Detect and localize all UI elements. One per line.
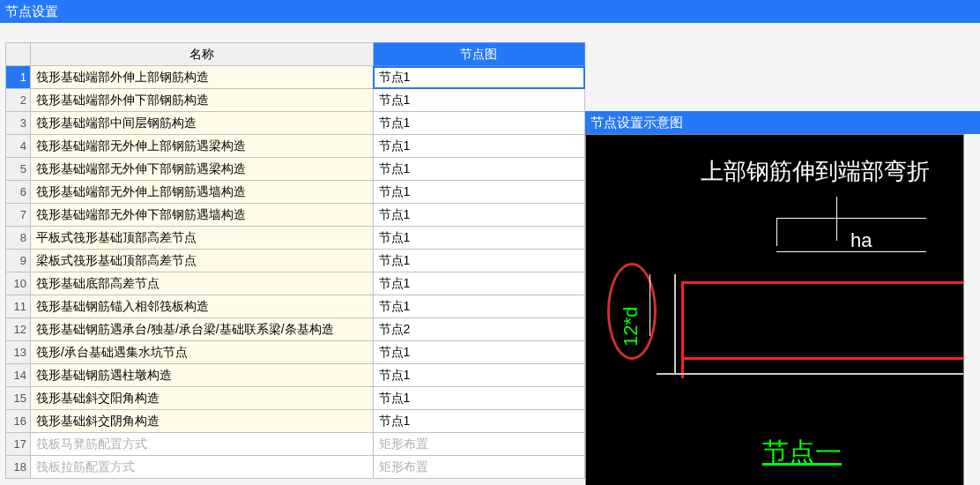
row-name[interactable]: 筏板拉筋配置方式: [31, 456, 374, 479]
table-row[interactable]: 12筏形基础钢筋遇承台/独基/承台梁/基础联系梁/条基构造节点2: [6, 318, 585, 341]
row-name[interactable]: 筏形基础端部中间层钢筋构造: [31, 112, 374, 135]
content-area: 名称 节点图 1筏形基础端部外伸上部钢筋构造节点12筏形基础端部外伸下部钢筋构造…: [0, 23, 980, 485]
table-row[interactable]: 4筏形基础端部无外伸上部钢筋遇梁构造节点1: [6, 135, 585, 158]
row-number[interactable]: 6: [6, 181, 31, 204]
dim-tick-2: [836, 197, 837, 241]
rebar-bottom: [681, 357, 963, 360]
row-number[interactable]: 16: [6, 410, 31, 433]
slab-edge-vertical: [674, 274, 676, 373]
row-number[interactable]: 7: [6, 204, 31, 227]
rebar-top: [681, 281, 963, 378]
row-number[interactable]: 13: [6, 341, 31, 364]
row-number[interactable]: 18: [6, 456, 31, 479]
row-number[interactable]: 12: [6, 318, 31, 341]
row-node[interactable]: 节点1: [373, 272, 584, 295]
table-row[interactable]: 5筏形基础端部无外伸下部钢筋遇梁构造节点1: [6, 158, 585, 181]
row-number[interactable]: 11: [6, 295, 31, 318]
row-name[interactable]: 筏形基础端部无外伸下部钢筋遇墙构造: [31, 204, 374, 227]
row-node[interactable]: 节点1: [373, 410, 584, 433]
col-header-name[interactable]: 名称: [31, 43, 374, 66]
col-header-num: [6, 43, 31, 66]
diagram-heading: 上部钢筋伸到端部弯折: [701, 156, 930, 187]
table-row[interactable]: 15筏形基础斜交阳角构造节点1: [6, 387, 585, 410]
row-node[interactable]: 节点1: [373, 250, 584, 272]
row-name[interactable]: 筏形基础斜交阳角构造: [31, 387, 374, 410]
dim-line-bottom: [776, 251, 926, 252]
table-row[interactable]: 6筏形基础端部无外伸上部钢筋遇墙构造节点1: [6, 181, 585, 204]
row-name[interactable]: 筏形基础端部外伸上部钢筋构造: [31, 66, 374, 89]
row-name[interactable]: 筏形基础钢筋遇承台/独基/承台梁/基础联系梁/条基构造: [31, 318, 374, 341]
dim-arrow-vertical: [650, 274, 650, 336]
table-panel: 名称 节点图 1筏形基础端部外伸上部钢筋构造节点12筏形基础端部外伸下部钢筋构造…: [0, 23, 585, 485]
row-number[interactable]: 15: [6, 387, 31, 410]
table-row[interactable]: 17筏板马凳筋配置方式矩形布置: [6, 433, 585, 456]
row-number[interactable]: 4: [6, 135, 31, 158]
row-name[interactable]: 筏形基础端部无外伸上部钢筋遇墙构造: [31, 181, 374, 204]
row-node[interactable]: 节点1: [373, 295, 584, 318]
row-number[interactable]: 2: [6, 89, 31, 112]
table-row[interactable]: 7筏形基础端部无外伸下部钢筋遇墙构造节点1: [6, 204, 585, 227]
row-node[interactable]: 节点1: [373, 89, 584, 112]
row-name[interactable]: 平板式筏形基础顶部高差节点: [31, 227, 374, 250]
node-label: 节点一: [762, 435, 842, 471]
row-name[interactable]: 梁板式筏形基础顶部高差节点: [31, 250, 374, 272]
table-row[interactable]: 18筏板拉筋配置方式矩形布置: [6, 456, 585, 479]
col-header-node[interactable]: 节点图: [373, 43, 584, 66]
dim-12d: 12*d: [620, 307, 642, 347]
table-row[interactable]: 1筏形基础端部外伸上部钢筋构造节点1: [6, 66, 585, 89]
window-title: 节点设置: [0, 0, 980, 23]
table-row[interactable]: 14筏形基础钢筋遇柱墩构造节点1: [6, 364, 585, 387]
preview-panel: 节点设置示意图 上部钢筋伸到端部弯折 ha 12*d 节点一: [585, 23, 980, 485]
row-number[interactable]: 1: [6, 66, 31, 89]
row-node[interactable]: 矩形布置: [373, 433, 584, 456]
row-number[interactable]: 17: [6, 433, 31, 456]
row-name[interactable]: 筏形基础钢筋锚入相邻筏板构造: [31, 295, 374, 318]
dim-line-top: [776, 218, 926, 219]
row-name[interactable]: 筏形/承台基础遇集水坑节点: [31, 341, 374, 364]
table-row[interactable]: 11筏形基础钢筋锚入相邻筏板构造节点1: [6, 295, 585, 318]
row-number[interactable]: 3: [6, 112, 31, 135]
table-row[interactable]: 8平板式筏形基础顶部高差节点节点1: [6, 227, 585, 250]
row-node[interactable]: 节点1: [373, 204, 584, 227]
row-name[interactable]: 筏板马凳筋配置方式: [31, 433, 374, 456]
row-node[interactable]: 节点1: [373, 181, 584, 204]
table-row[interactable]: 3筏形基础端部中间层钢筋构造节点1: [6, 112, 585, 135]
row-node[interactable]: 节点1: [373, 364, 584, 387]
table-row[interactable]: 9梁板式筏形基础顶部高差节点节点1: [6, 250, 585, 272]
node-table: 名称 节点图 1筏形基础端部外伸上部钢筋构造节点12筏形基础端部外伸下部钢筋构造…: [5, 42, 585, 479]
row-node[interactable]: 节点1: [373, 158, 584, 181]
cad-diagram[interactable]: 上部钢筋伸到端部弯折 ha 12*d 节点一: [585, 134, 964, 485]
slab-edge-horizontal: [657, 373, 964, 375]
row-number[interactable]: 14: [6, 364, 31, 387]
ha-label: ha: [850, 229, 872, 252]
row-name[interactable]: 筏形基础斜交阴角构造: [31, 410, 374, 433]
table-row[interactable]: 2筏形基础端部外伸下部钢筋构造节点1: [6, 89, 585, 112]
row-number[interactable]: 9: [6, 250, 31, 272]
row-node[interactable]: 节点1: [373, 135, 584, 158]
row-name[interactable]: 筏形基础钢筋遇柱墩构造: [31, 364, 374, 387]
row-node[interactable]: 节点1: [373, 227, 584, 250]
row-node[interactable]: 节点2: [373, 318, 584, 341]
preview-title: 节点设置示意图: [585, 111, 980, 134]
row-name[interactable]: 筏形基础端部外伸下部钢筋构造: [31, 89, 374, 112]
row-node[interactable]: 节点1: [373, 341, 584, 364]
row-name[interactable]: 筏形基础底部高差节点: [31, 272, 374, 295]
row-number[interactable]: 8: [6, 227, 31, 250]
table-row[interactable]: 10筏形基础底部高差节点节点1: [6, 272, 585, 295]
dim-tick-1: [776, 218, 777, 246]
row-node[interactable]: 节点1: [373, 66, 584, 89]
row-number[interactable]: 10: [6, 272, 31, 295]
table-row[interactable]: 13筏形/承台基础遇集水坑节点节点1: [6, 341, 585, 364]
row-name[interactable]: 筏形基础端部无外伸下部钢筋遇梁构造: [31, 158, 374, 181]
row-number[interactable]: 5: [6, 158, 31, 181]
row-node[interactable]: 节点1: [373, 387, 584, 410]
row-node[interactable]: 矩形布置: [373, 456, 584, 479]
row-name[interactable]: 筏形基础端部无外伸上部钢筋遇梁构造: [31, 135, 374, 158]
row-node[interactable]: 节点1: [373, 112, 584, 135]
table-row[interactable]: 16筏形基础斜交阴角构造节点1: [6, 410, 585, 433]
